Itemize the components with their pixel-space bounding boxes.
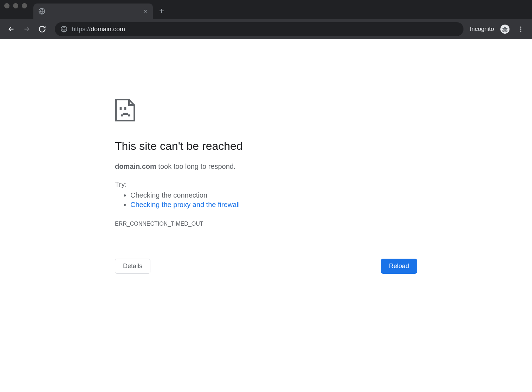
svg-point-5 xyxy=(520,28,521,29)
svg-point-4 xyxy=(520,27,521,28)
incognito-label: Incognito xyxy=(470,26,494,33)
close-tab-icon[interactable] xyxy=(143,9,148,14)
window-minimize-dot[interactable] xyxy=(13,3,18,8)
reload-button[interactable]: Reload xyxy=(381,259,417,274)
error-title: This site can't be reached xyxy=(115,140,417,153)
url-scheme: https:// xyxy=(72,26,91,33)
svg-rect-11 xyxy=(128,114,130,117)
browser-menu-button[interactable] xyxy=(514,23,527,35)
suggestion-proxy-link[interactable]: Checking the proxy and the firewall xyxy=(130,201,240,208)
incognito-icon[interactable] xyxy=(500,25,510,34)
forward-button[interactable] xyxy=(20,23,33,35)
svg-rect-9 xyxy=(121,114,123,117)
error-code: ERR_CONNECTION_TIMED_OUT xyxy=(115,221,417,227)
suggestion-item: Checking the proxy and the firewall xyxy=(130,201,417,209)
svg-rect-8 xyxy=(124,107,126,110)
suggestion-check-connection: Checking the connection xyxy=(130,191,207,199)
sad-page-icon xyxy=(115,99,417,123)
browser-toolbar: https://domain.com Incognito xyxy=(0,19,532,39)
svg-rect-7 xyxy=(120,107,122,110)
window-close-dot[interactable] xyxy=(4,3,9,8)
window-maximize-dot[interactable] xyxy=(22,3,27,8)
error-host: domain.com xyxy=(115,162,156,170)
window-controls xyxy=(4,0,33,19)
svg-rect-10 xyxy=(123,113,128,115)
browser-tab[interactable] xyxy=(33,4,153,19)
error-host-suffix: took too long to respond. xyxy=(156,162,236,170)
svg-point-2 xyxy=(503,30,504,32)
site-info-icon[interactable] xyxy=(60,26,67,33)
back-button[interactable] xyxy=(5,23,18,35)
suggestion-item: Checking the connection xyxy=(130,191,417,199)
try-label: Try: xyxy=(115,180,417,188)
globe-icon xyxy=(38,8,45,15)
url-text: https://domain.com xyxy=(72,26,125,33)
address-bar[interactable]: https://domain.com xyxy=(55,22,463,36)
reload-nav-button[interactable] xyxy=(36,23,48,35)
tab-strip xyxy=(0,0,532,19)
suggestion-list: Checking the connection Checking the pro… xyxy=(115,191,417,209)
svg-point-3 xyxy=(506,30,507,32)
details-button[interactable]: Details xyxy=(115,259,150,274)
button-row: Details Reload xyxy=(115,259,417,274)
url-host: domain.com xyxy=(91,26,125,33)
new-tab-button[interactable] xyxy=(156,5,168,17)
error-container: This site can't be reached domain.com to… xyxy=(115,99,417,392)
svg-point-6 xyxy=(520,31,521,32)
error-message: domain.com took too long to respond. xyxy=(115,162,417,171)
page-content: This site can't be reached domain.com to… xyxy=(0,39,532,392)
